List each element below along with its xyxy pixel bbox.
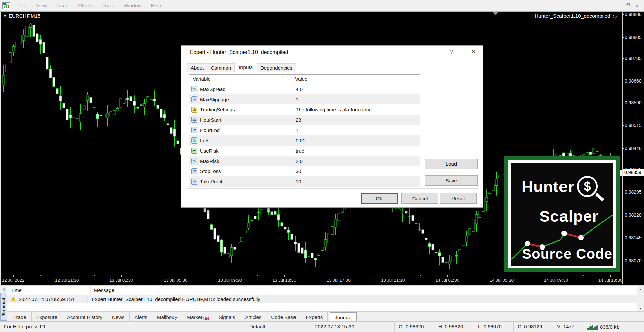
terminal-tab-market[interactable]: Market184 (182, 312, 214, 322)
terminal-tab-account-history[interactable]: Account History (62, 312, 107, 322)
param-value[interactable]: 23 (291, 117, 420, 123)
price-axis-label: 0.98515 (625, 123, 642, 128)
param-name: TradingSettings (200, 107, 235, 112)
param-row-maxspread[interactable]: ½MaxSpread4.0 (189, 84, 420, 94)
terminal-tab-signals[interactable]: Signals (214, 312, 240, 322)
menu-insert[interactable]: Insert (51, 0, 73, 11)
param-value[interactable]: 0.01 (291, 137, 420, 143)
terminal-tab-journal[interactable]: Journal (330, 312, 356, 322)
param-name: HourStart (200, 117, 221, 123)
tab-label: Market (187, 314, 202, 320)
log-message: Expert Hunter_Scalper1.10_decompiled EUR… (87, 295, 637, 303)
param-row-hourend[interactable]: 123HourEnd1 (189, 125, 420, 135)
menu-tools[interactable]: Tools (98, 0, 119, 11)
load-button[interactable]: Load (425, 159, 478, 169)
close-icon[interactable]: ✕ (469, 48, 478, 55)
time-axis-tick (67, 275, 67, 277)
param-row-userisk[interactable]: UseRisktrue (189, 146, 420, 156)
chevron-down-icon (3, 15, 7, 17)
time-labels: 12 Jul 202212 Jul 21:3013 Jul 01:3013 Ju… (2, 278, 622, 283)
save-button[interactable]: Save (425, 175, 478, 186)
time-axis-minor-tick (203, 275, 203, 276)
terminal-tab-articles[interactable]: Articles (240, 312, 266, 322)
tab-inputs[interactable]: Inputs (234, 62, 257, 72)
param-value[interactable]: 1 (291, 97, 420, 102)
terminal-close-icon[interactable]: x (1, 287, 7, 292)
integer-type-icon: 123 (191, 127, 197, 133)
param-value[interactable]: 2.0 (291, 158, 420, 164)
restore-icon[interactable] (622, 2, 632, 9)
param-value[interactable]: 1 (291, 127, 420, 133)
param-row-hourstart[interactable]: 123HourStart23 (189, 115, 420, 125)
terminal-vertical-tab[interactable]: Terminal (0, 293, 7, 321)
terminal-tab-experts[interactable]: Experts (301, 312, 328, 322)
parameters-table[interactable]: Variable Value ½MaxSpread4.0123MaxSlippa… (189, 74, 420, 187)
tab-common[interactable]: Common (207, 63, 235, 72)
param-row-takeprofit[interactable]: 123TakeProfit10 (189, 176, 420, 187)
ok-button[interactable]: OK (361, 193, 398, 204)
time-axis-tick (339, 275, 339, 277)
tab-label: Mailbox (157, 314, 174, 320)
terminal-tabs: TradeExposureAccount HistoryNewsAlertsMa… (7, 311, 644, 323)
time-axis-tick (121, 275, 122, 277)
terminal-scrollbar[interactable]: ▲ ▼ (637, 286, 644, 311)
logo-text-source-code: Source Code (522, 246, 612, 262)
price-axis-tick (622, 192, 624, 192)
terminal-tab-mailbox[interactable]: Mailbox7 (152, 312, 182, 322)
menu-items: FileViewInsertChartsToolsWindowHelp (14, 0, 166, 11)
price-axis-label: 0.98735 (625, 56, 642, 61)
menu-window[interactable]: Window (119, 0, 146, 11)
param-row-tradingsettings[interactable]: abTradingSettingsThe following time is p… (189, 104, 420, 115)
chart-shift-marker-icon[interactable] (493, 12, 498, 15)
menu-charts[interactable]: Charts (73, 0, 98, 11)
close-icon[interactable]: ✕ (632, 2, 642, 9)
terminal-tab-alerts[interactable]: Alerts (130, 312, 152, 322)
param-value[interactable]: 10 (291, 179, 420, 184)
param-value[interactable]: 4.0 (291, 86, 420, 92)
time-axis[interactable]: 12 Jul 202212 Jul 21:3013 Jul 01:3013 Ju… (1, 275, 622, 285)
logo-text-scalper: Scalper (539, 207, 599, 225)
table-header: Variable Value (189, 75, 420, 84)
scroll-down-icon[interactable]: ▼ (637, 306, 644, 311)
statusbar-profile[interactable]: Default (245, 322, 311, 332)
inputs-tab-page: Variable Value ½MaxSpread4.0123MaxSlippa… (187, 72, 478, 189)
terminal-tab-code-base[interactable]: Code Base (266, 312, 301, 322)
terminal-tab-exposure[interactable]: Exposure (32, 312, 62, 322)
dialog-tabs: AboutCommonInputsDependencies (187, 62, 296, 72)
param-row-maxslippage[interactable]: 123MaxSlippage1 (189, 94, 420, 105)
statusbar-volume: V: 1477 (553, 322, 583, 332)
price-axis-label: 0.98295 (625, 189, 642, 195)
journal-log-row[interactable]: 2022.07.14 07:06:59.151 Expert Hunter_Sc… (7, 295, 637, 303)
time-axis-minor-tick (583, 275, 584, 276)
param-row-stoploss[interactable]: 123StopLoss30 (189, 166, 420, 177)
terminal-tab-trade[interactable]: Trade (9, 312, 32, 322)
window-controls: – ✕ (612, 2, 642, 9)
reset-button[interactable]: Reset (440, 193, 477, 204)
param-value[interactable]: 30 (291, 168, 420, 174)
tab-label: Code Base (271, 314, 296, 320)
price-axis-tick (622, 238, 624, 238)
param-row-lots[interactable]: ½Lots0.01 (189, 135, 420, 146)
time-axis-minor-tick (529, 275, 529, 276)
tab-about[interactable]: About (187, 63, 207, 72)
menu-help[interactable]: Help (146, 0, 166, 11)
param-name: Lots (200, 137, 209, 143)
param-value[interactable]: true (291, 148, 420, 154)
cancel-button[interactable]: Cancel (401, 193, 438, 204)
menu-file[interactable]: File (14, 0, 31, 11)
minimize-icon[interactable]: – (612, 2, 622, 9)
help-icon[interactable]: ? (447, 49, 455, 55)
ea-name-label: Hunter_Scalper1.10_decompiled ☺ (535, 13, 618, 19)
integer-type-icon: 123 (191, 179, 197, 185)
param-row-maxrisk[interactable]: ½MaxRisk2.0 (189, 156, 420, 166)
integer-type-icon: 123 (191, 117, 197, 123)
menu-view[interactable]: View (31, 0, 51, 11)
terminal-header: Time Message (7, 286, 637, 295)
price-axis-tick (622, 58, 624, 59)
param-value[interactable]: The following time is platform time (291, 107, 420, 112)
terminal-tab-news[interactable]: News (107, 312, 130, 322)
time-axis-label: 14 Jul 09:30 (544, 278, 568, 283)
scroll-up-icon[interactable]: ▲ (637, 286, 644, 292)
resize-grip[interactable] (479, 203, 482, 206)
tab-dependencies[interactable]: Dependencies (257, 63, 296, 72)
